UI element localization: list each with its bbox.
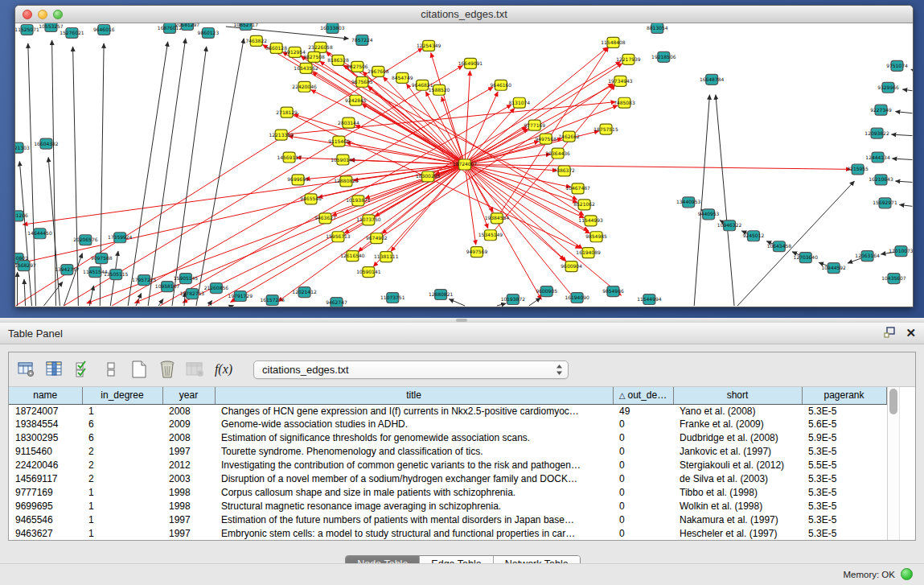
graph-node[interactable]: 11451544 (83, 267, 108, 278)
graph-node[interactable]: 16604382 (34, 138, 59, 149)
graph-node[interactable]: 16033803 (320, 23, 345, 33)
graph-node[interactable]: 9465546 (300, 194, 322, 204)
graph-node[interactable]: 15905145 (174, 274, 199, 284)
table-row[interactable]: 1872400712008Changes of HCN gene express… (9, 404, 886, 418)
graph-node[interactable]: 14644450 (27, 229, 52, 239)
graph-node[interactable]: 10467487 (565, 183, 590, 194)
column-header-out-degree[interactable]: △out_de… (613, 387, 673, 404)
graph-node[interactable]: 22420046 (292, 81, 317, 92)
table-row[interactable]: 911546021997Tourette syndrome. Phenomeno… (9, 445, 886, 459)
graph-node[interactable]: 7857224 (351, 35, 373, 45)
graph-node[interactable]: 11544994 (637, 295, 662, 305)
graph-node[interactable]: 9227349 (870, 105, 892, 115)
graph-node[interactable]: 9860123 (198, 27, 220, 38)
graph-node[interactable]: 21260856 (204, 283, 229, 294)
table-row[interactable]: 1938455462009Genome-wide association stu… (9, 418, 886, 431)
graph-node[interactable]: 9600904 (561, 262, 582, 272)
graph-node[interactable]: 17957225 (132, 275, 157, 286)
graph-node[interactable]: 8813054 (647, 23, 668, 33)
graph-node[interactable]: 10553257 (39, 23, 64, 31)
table-row[interactable]: 1456911722003Disruption of a novel membe… (9, 472, 886, 485)
table-scrollbar-thumb[interactable] (889, 389, 897, 414)
column-header-title[interactable]: title (215, 387, 613, 404)
show-columns-icon[interactable] (45, 360, 64, 379)
graph-node[interactable]: 16194089 (576, 248, 601, 258)
graph-node[interactable]: 10521303 (15, 142, 30, 153)
graph-node[interactable]: 9646016 (93, 24, 115, 35)
column-header-year[interactable]: year (162, 387, 215, 404)
graph-node[interactable]: 12880821 (429, 290, 454, 300)
graph-node[interactable]: 16210643 (869, 175, 893, 185)
table-select[interactable]: citations_edges.txt (253, 360, 569, 379)
graph-node[interactable]: 9827508 (303, 51, 325, 62)
table-row[interactable]: 1830029562008Estimation of significance … (9, 431, 886, 445)
graph-node[interactable]: 15276021 (60, 27, 84, 38)
table-row[interactable]: 2242004622012Investigating the contribut… (9, 459, 886, 472)
graph-node[interactable]: 18757515 (593, 124, 618, 134)
graph-node[interactable]: 11381111 (374, 252, 399, 262)
table-mode-icon[interactable] (17, 360, 36, 379)
graph-node[interactable]: 9097588 (91, 253, 113, 264)
graph-node[interactable]: 9751074 (886, 60, 908, 71)
network-canvas[interactable]: 1872400718300295193845541534514994975697… (15, 23, 913, 307)
graph-node[interactable]: 7485083 (614, 97, 635, 108)
graph-node[interactable]: 13440953 (676, 197, 701, 208)
graph-node[interactable]: 10958107 (155, 282, 180, 292)
graph-node[interactable]: 9646160 (491, 80, 512, 90)
table-row[interactable]: 946554611997Estimation of the future num… (9, 513, 886, 526)
float-panel-icon[interactable] (884, 327, 896, 340)
graph-node[interactable]: 12880820 (334, 176, 359, 187)
graph-node[interactable]: 8521062 (573, 200, 595, 210)
graph-node[interactable]: 9699695 (287, 175, 309, 185)
graph-node[interactable]: 11525071 (15, 24, 39, 35)
graph-node[interactable]: 12093822 (864, 128, 889, 138)
network-window[interactable]: citations_edges.txt 18724007183002951938… (14, 5, 914, 307)
window-titlebar[interactable]: citations_edges.txt (15, 6, 913, 23)
graph-node[interactable]: 12063164 (855, 251, 880, 262)
graph-node[interactable]: 12213389 (269, 130, 294, 140)
table-scrollbar[interactable] (887, 387, 899, 540)
graph-node[interactable]: 16876012 (158, 23, 183, 33)
graph-node[interactable]: 11548408 (601, 37, 626, 47)
table-row[interactable]: 946362711997Embryonic stem cells: a mode… (9, 526, 886, 540)
graph-node[interactable]: 23226058 (308, 42, 333, 52)
graph-node[interactable]: 8131074 (509, 97, 531, 108)
column-header-name[interactable]: name (9, 387, 82, 404)
graph-node[interactable]: 16157278 (260, 295, 285, 306)
graph-node[interactable]: 9931206 (15, 211, 28, 221)
graph-node[interactable]: 19734943 (608, 76, 633, 86)
graph-node[interactable]: 16649091 (458, 58, 483, 68)
graph-node[interactable]: 8454749 (392, 72, 413, 83)
graph-node[interactable]: 12616540 (340, 251, 365, 262)
graph-node[interactable]: 10944592 (821, 263, 846, 274)
column-header-short[interactable]: short (673, 387, 802, 404)
table-row[interactable]: 969969511998Structural magnetic resonanc… (9, 499, 886, 513)
graph-node[interactable]: 1588520 (429, 84, 450, 95)
graph-node[interactable]: 13505115 (104, 270, 129, 280)
graph-node[interactable]: 20681297 (175, 23, 200, 30)
graph-node[interactable]: 7463822 (245, 35, 267, 46)
graph-node[interactable]: 12444134 (865, 152, 890, 163)
graph-node[interactable]: 7386372 (553, 166, 575, 176)
graph-node[interactable]: 13942757 (55, 265, 80, 275)
graph-node[interactable]: 11568297 (15, 261, 36, 271)
table-row[interactable]: 977716911998Corpus callosum shape and si… (9, 485, 886, 499)
graph-node[interactable]: 10946322 (717, 220, 742, 231)
graph-node[interactable]: 10193872 (501, 295, 526, 305)
graph-node[interactable]: 15692971 (873, 198, 897, 208)
graph-node[interactable]: 16648784 (700, 74, 725, 84)
graph-node[interactable]: 9462747 (326, 298, 347, 307)
column-header-pagerank[interactable]: pagerank (802, 387, 886, 404)
graph-node[interactable]: 16194090 (565, 293, 589, 303)
graph-node[interactable]: 9497569 (466, 247, 488, 257)
splitter-handle-icon[interactable] (456, 319, 467, 322)
graph-node[interactable]: 10590141 (356, 267, 381, 278)
graph-node[interactable]: 20364436 (545, 148, 570, 159)
graph-node[interactable]: 9777169 (524, 120, 545, 130)
graph-node[interactable]: 9329966 (877, 82, 899, 93)
graph-node[interactable]: 17010073 (889, 246, 913, 257)
function-builder-icon[interactable]: f(x) (214, 360, 233, 379)
column-header-in-degree[interactable]: in_degree (82, 387, 162, 404)
graph-node[interactable]: 10435607 (881, 274, 906, 284)
close-panel-icon[interactable]: ✕ (906, 326, 916, 340)
